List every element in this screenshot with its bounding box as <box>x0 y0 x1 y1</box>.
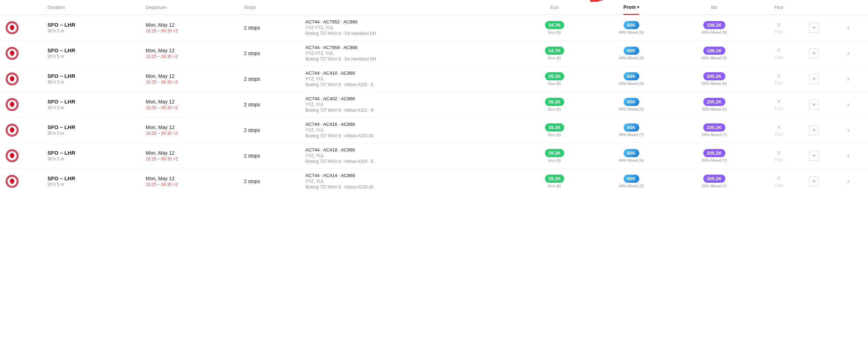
stops-cell: 2 stops <box>238 66 300 92</box>
biz-price-badge[interactable]: 205.2K <box>703 149 725 157</box>
route-cell: SFO – LHR 30 h 5 m <box>42 15 140 41</box>
eco-price-badge[interactable]: 39.2K <box>545 149 565 157</box>
add-cell: + <box>803 117 840 143</box>
stops-count: 2 stops <box>244 102 294 107</box>
biz-price-badge[interactable]: 205.2K <box>703 98 725 106</box>
col-header-airline <box>0 0 42 15</box>
stops-count: 2 stops <box>244 153 294 159</box>
biz-price-badge[interactable]: 205.2K <box>703 72 725 80</box>
prem-price-cell: 66K 49% Mixed (5) <box>588 169 674 194</box>
airline-logo <box>6 149 18 162</box>
col-header-prem[interactable]: Prem ▾ <box>588 0 674 15</box>
expand-row-button[interactable]: › <box>846 49 851 58</box>
biz-price-cell: 205.2K 39% Mixed (7) <box>674 117 754 143</box>
eco-price-badge[interactable]: 39.2K <box>545 72 565 80</box>
add-flight-button[interactable]: + <box>809 176 819 186</box>
flight-codes: AC744 · AC418 · AC866 <box>305 147 515 153</box>
departure-cell: Mon, May 12 16:25 – 06:30 +2 <box>140 169 238 194</box>
flight-codes: AC744 · AC414 · AC866 <box>305 173 515 178</box>
first-unavailable-icon: ✕ <box>760 21 798 29</box>
departure-cell: Mon, May 12 16:25 – 06:30 +2 <box>140 66 238 92</box>
airline-logo-cell <box>0 92 42 117</box>
airline-logo <box>6 175 18 188</box>
expand-row-button[interactable]: › <box>846 126 851 135</box>
flights-cell: AC744 · AC7958 · AC866 YYZ-YTZ, YUL Boei… <box>300 41 521 66</box>
eco-price-badge[interactable]: 34.7K <box>545 21 565 29</box>
table-row: SFO – LHR 30 h 5 m Mon, May 12 16:25 – 0… <box>0 92 868 117</box>
expand-row-button[interactable]: › <box>846 23 851 32</box>
eco-price-badge[interactable]: 39.2K <box>545 98 565 106</box>
aircraft-info: YYZ, YUL <box>305 179 515 184</box>
airline-logo <box>6 98 18 111</box>
biz-price-cell: 205.2K 39% Mixed (8) <box>674 66 754 92</box>
expand-row-button[interactable]: › <box>846 74 851 84</box>
expand-row-button[interactable]: › <box>846 100 851 109</box>
prem-price-cell: 66K 49% Mixed (7) <box>588 117 674 143</box>
biz-price-cell: 205.2K 39% Mixed (8) <box>674 92 754 117</box>
eco-price-sub: Eco (9) <box>526 30 583 34</box>
eco-price-badge[interactable]: 34.7K <box>545 47 565 55</box>
prem-price-badge[interactable]: 66K <box>624 175 639 183</box>
expand-row-button[interactable]: › <box>846 177 851 186</box>
biz-price-badge[interactable]: 205.2K <box>703 123 725 132</box>
flights-cell: AC744 · AC402 · AC866 YYZ, YUL Boeing 73… <box>300 92 521 117</box>
airline-logo <box>6 47 18 60</box>
departure-time: 16:25 – 06:30 +2 <box>146 182 233 187</box>
eco-price-sub: Eco (9) <box>526 158 583 162</box>
expand-cell: › <box>840 92 868 117</box>
aircraft-info: YYZ, YUL <box>305 153 515 158</box>
flight-codes: AC744 · AC410 · AC866 <box>305 70 515 76</box>
biz-price-sub: 49% Mixed (9) <box>680 30 748 34</box>
departure-date: Mon, May 12 <box>146 99 233 105</box>
expand-cell: › <box>840 66 868 92</box>
first-label: First <box>760 183 798 188</box>
prem-price-badge[interactable]: 66K <box>624 149 639 157</box>
biz-price-cell: 205.2K 39% Mixed (7) <box>674 169 754 194</box>
biz-price-cell: 205.2K 39% Mixed (7) <box>674 143 754 169</box>
departure-date: Mon, May 12 <box>146 124 233 130</box>
duration-label: 30 h 5 m <box>47 131 134 136</box>
flights-cell: AC744 · AC7952 · AC866 YYZ-YTZ, YUL Boei… <box>300 15 521 41</box>
table-row: SFO – LHR 30 h 5 m Mon, May 12 16:25 – 0… <box>0 143 868 169</box>
prem-price-badge[interactable]: 66K <box>624 123 639 132</box>
departure-date: Mon, May 12 <box>146 22 233 28</box>
add-flight-button[interactable]: + <box>809 74 819 84</box>
table-row: SFO – LHR 30 h 5 m Mon, May 12 16:25 – 0… <box>0 66 868 92</box>
departure-date: Mon, May 12 <box>146 176 233 181</box>
col-header-add <box>803 0 840 15</box>
biz-price-badge[interactable]: 198.1K <box>703 21 725 29</box>
add-cell: + <box>803 169 840 194</box>
eco-price-badge[interactable]: 39.2K <box>545 123 565 132</box>
duration-label: 30 h 5 m <box>47 80 134 85</box>
prem-price-sub: 49% Mixed (9) <box>594 30 669 34</box>
biz-price-badge[interactable]: 198.1K <box>703 47 725 55</box>
add-flight-button[interactable]: + <box>809 100 819 110</box>
add-flight-button[interactable]: + <box>809 151 819 161</box>
add-flight-button[interactable]: + <box>809 48 819 58</box>
stops-cell: 2 stops <box>238 169 300 194</box>
prem-price-badge[interactable]: 66K <box>624 47 639 55</box>
departure-time: 16:25 – 06:30 +2 <box>146 131 233 136</box>
first-unavailable-icon: ✕ <box>760 123 798 131</box>
expand-row-button[interactable]: › <box>846 151 851 160</box>
route-cell: SFO – LHR 30 h 5 m <box>42 41 140 66</box>
prem-header-label[interactable]: Prem ▾ <box>623 4 639 10</box>
stops-count: 2 stops <box>244 50 294 56</box>
col-header-first: First <box>754 0 803 15</box>
route-cell: SFO – LHR 30 h 5 m <box>42 143 140 169</box>
prem-price-sub: 49% Mixed (6) <box>594 158 669 162</box>
eco-price-cell: 39.2K Eco (9) <box>521 143 588 169</box>
stops-count: 2 stops <box>244 178 294 184</box>
add-flight-button[interactable]: + <box>809 125 819 135</box>
prem-price-badge[interactable]: 66K <box>624 98 639 106</box>
prem-price-badge[interactable]: 66K <box>624 21 639 29</box>
prem-price-badge[interactable]: 66K <box>624 72 639 80</box>
stops-cell: 2 stops <box>238 117 300 143</box>
eco-price-sub: Eco (9) <box>526 56 583 60</box>
add-flight-button[interactable]: + <box>809 23 819 33</box>
biz-price-badge[interactable]: 205.2K <box>703 175 725 183</box>
expand-cell: › <box>840 41 868 66</box>
eco-price-badge[interactable]: 39.2K <box>545 175 565 183</box>
col-header-biz: Biz <box>674 0 754 15</box>
flight-codes: AC744 · AC416 · AC866 <box>305 122 515 127</box>
